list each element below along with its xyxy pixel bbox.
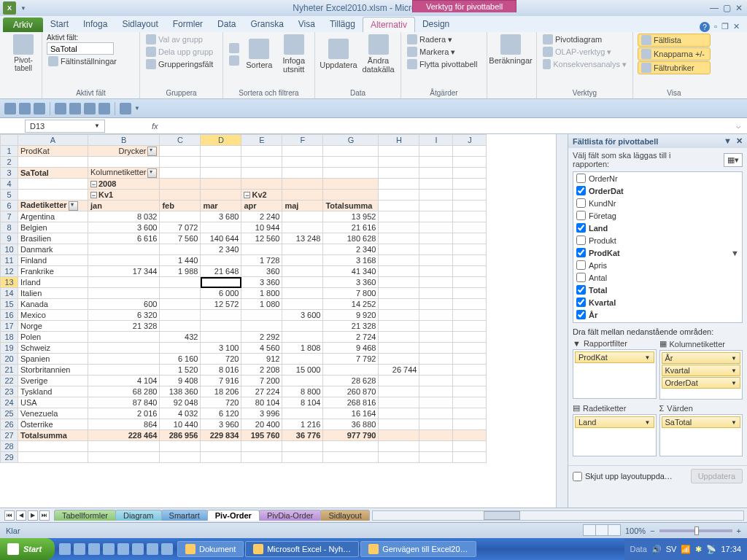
cell[interactable] bbox=[88, 441, 160, 452]
cell[interactable]: 2 208 bbox=[241, 365, 282, 376]
tray-wifi-icon[interactable]: 📡 bbox=[706, 545, 716, 554]
field-prodkat[interactable]: ProdKat▼ bbox=[573, 246, 742, 259]
cell[interactable]: 720 bbox=[201, 354, 241, 365]
row-header[interactable]: 16 bbox=[1, 310, 18, 321]
row-header[interactable]: 22 bbox=[1, 376, 18, 386]
cell[interactable] bbox=[201, 190, 241, 201]
cell[interactable] bbox=[160, 321, 201, 332]
collapse-icon[interactable]: − bbox=[244, 192, 250, 198]
cell[interactable]: 1 520 bbox=[160, 365, 201, 376]
cell[interactable]: 7 560 bbox=[160, 233, 201, 244]
cell[interactable]: feb bbox=[160, 201, 201, 211]
cell[interactable]: 7 792 bbox=[323, 354, 379, 365]
cell[interactable]: Totalsumma bbox=[323, 201, 379, 211]
cell[interactable]: 1 808 bbox=[282, 343, 323, 354]
cell[interactable]: 2 724 bbox=[323, 332, 379, 343]
cell[interactable] bbox=[379, 277, 419, 288]
cell[interactable] bbox=[201, 168, 241, 179]
new-icon[interactable] bbox=[55, 103, 66, 114]
cell[interactable]: 20 400 bbox=[241, 419, 282, 430]
quicklaunch-icon[interactable] bbox=[147, 543, 158, 555]
cell[interactable]: Drycker bbox=[88, 146, 160, 157]
active-field-input[interactable] bbox=[47, 42, 114, 55]
cell[interactable]: Tyskland bbox=[18, 386, 88, 397]
tray-lang[interactable]: SV bbox=[666, 545, 677, 553]
cell[interactable]: 720 bbox=[201, 397, 241, 408]
row-header[interactable]: 7 bbox=[1, 211, 18, 222]
cell[interactable] bbox=[453, 222, 487, 233]
cell[interactable]: Kolumnetiketter bbox=[88, 168, 160, 179]
cell[interactable] bbox=[18, 452, 88, 463]
cell[interactable]: 3 600 bbox=[88, 222, 160, 233]
cell[interactable] bbox=[201, 179, 241, 190]
cell[interactable] bbox=[379, 321, 419, 332]
cell[interactable] bbox=[18, 179, 88, 190]
clear-button[interactable]: Radera ▾ bbox=[406, 34, 482, 45]
cell[interactable] bbox=[379, 288, 419, 299]
move-pivot-button[interactable]: Flytta pivottabell bbox=[406, 58, 482, 70]
cell[interactable] bbox=[201, 157, 241, 168]
cell[interactable] bbox=[282, 190, 323, 201]
cell[interactable] bbox=[453, 365, 487, 376]
cell[interactable]: 229 834 bbox=[201, 430, 241, 441]
quicklaunch-icon[interactable] bbox=[132, 543, 144, 555]
cell[interactable] bbox=[453, 168, 487, 179]
start-button[interactable]: Start bbox=[0, 538, 55, 560]
cell[interactable]: ProdKat bbox=[18, 146, 88, 157]
cell[interactable]: 68 280 bbox=[88, 386, 160, 397]
cell[interactable]: 13 952 bbox=[323, 211, 379, 222]
pane-close-icon[interactable]: ✕ bbox=[736, 136, 743, 146]
zone-chip-satotal[interactable]: SaTotal▼ bbox=[662, 416, 741, 428]
cell[interactable]: 6 000 bbox=[201, 288, 241, 299]
last-sheet-icon[interactable]: ⏭ bbox=[39, 510, 50, 521]
cell[interactable]: 10 944 bbox=[241, 222, 282, 233]
cell[interactable]: jan bbox=[88, 201, 160, 211]
cell[interactable] bbox=[88, 343, 160, 354]
prev-sheet-icon[interactable]: ◀ bbox=[16, 510, 26, 521]
cell[interactable]: 12 572 bbox=[201, 299, 241, 310]
cell[interactable]: 21 616 bbox=[323, 222, 379, 233]
cell[interactable] bbox=[453, 255, 487, 266]
cell[interactable] bbox=[323, 441, 379, 452]
cell[interactable] bbox=[18, 190, 88, 201]
cell[interactable] bbox=[241, 321, 282, 332]
col-header-I[interactable]: I bbox=[419, 135, 453, 146]
field-list[interactable]: OrderNr OrderDat KundNr Företag Land Pro… bbox=[573, 171, 743, 323]
sheet-tab-tabellformler[interactable]: Tabellformler bbox=[54, 510, 116, 521]
buttons-toggle[interactable]: Knapparna +/- bbox=[638, 47, 711, 61]
cell[interactable] bbox=[379, 255, 419, 266]
dropdown-icon[interactable]: ▼ bbox=[20, 5, 26, 12]
cell[interactable] bbox=[88, 288, 160, 299]
col-header-C[interactable]: C bbox=[160, 135, 201, 146]
minimize-ribbon-icon[interactable]: ▫ bbox=[714, 22, 717, 32]
cell[interactable] bbox=[379, 441, 419, 452]
cell[interactable]: mar bbox=[201, 201, 241, 211]
tray-volume-icon[interactable]: 🔊 bbox=[651, 545, 662, 554]
row-header[interactable]: 15 bbox=[1, 299, 18, 310]
cell[interactable] bbox=[453, 376, 487, 386]
field-total[interactable]: Total bbox=[573, 284, 742, 296]
cell[interactable]: 36 776 bbox=[282, 430, 323, 441]
cell[interactable]: Spanien bbox=[18, 354, 88, 365]
quicklaunch-icon[interactable] bbox=[103, 543, 115, 555]
cell[interactable] bbox=[379, 211, 419, 222]
cell[interactable]: Totalsumma bbox=[18, 430, 88, 441]
field-land[interactable]: Land bbox=[573, 222, 742, 234]
cell[interactable]: 268 816 bbox=[323, 397, 379, 408]
cell[interactable] bbox=[323, 179, 379, 190]
cell[interactable] bbox=[160, 244, 201, 255]
field-antal[interactable]: Antal bbox=[573, 271, 742, 284]
cell[interactable] bbox=[323, 190, 379, 201]
cell[interactable]: 600 bbox=[88, 299, 160, 310]
cell[interactable] bbox=[201, 310, 241, 321]
cell[interactable] bbox=[419, 430, 453, 441]
calculations-button[interactable]: Beräkningar bbox=[492, 34, 530, 66]
cell[interactable]: 1 728 bbox=[241, 255, 282, 266]
pivottable-button[interactable]: Pivot- tabell bbox=[4, 34, 42, 73]
sheet-tab-piv-order[interactable]: Piv-Order bbox=[207, 510, 260, 521]
cell[interactable] bbox=[282, 255, 323, 266]
first-sheet-icon[interactable]: ⏮ bbox=[4, 510, 15, 521]
cell[interactable] bbox=[453, 321, 487, 332]
cell[interactable] bbox=[282, 441, 323, 452]
tab-formler[interactable]: Formler bbox=[166, 17, 210, 32]
